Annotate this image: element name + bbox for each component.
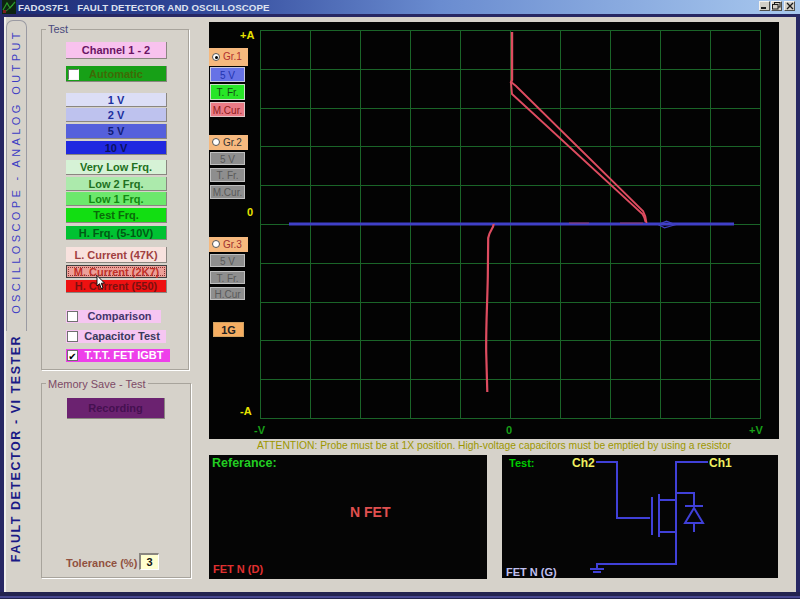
svg-text:+V: +V bbox=[749, 424, 763, 436]
svg-text:0: 0 bbox=[247, 206, 253, 218]
svg-text:+A: +A bbox=[240, 29, 254, 41]
svg-text:-A: -A bbox=[240, 405, 252, 417]
svg-text:-V: -V bbox=[254, 424, 266, 436]
svg-text:0: 0 bbox=[506, 424, 512, 436]
